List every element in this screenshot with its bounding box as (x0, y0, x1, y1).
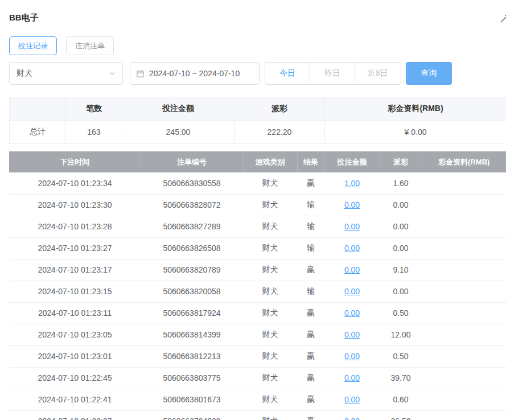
cell-payout: 0.00 (380, 194, 422, 216)
cell-time: 2024-07-10 01:23:05 (9, 324, 141, 345)
panel-header: BB电子 (9, 0, 506, 23)
cell-payout: 0.50 (380, 302, 422, 324)
bet-amount-link[interactable]: 0.00 (344, 308, 360, 318)
cell-bonus (422, 410, 506, 420)
cell-bonus (422, 237, 506, 259)
search-button[interactable]: 查询 (406, 62, 452, 85)
cell-time: 2024-07-10 01:23:17 (9, 259, 141, 281)
today-button[interactable]: 今日 (265, 62, 310, 85)
cell-game: 财犬 (243, 216, 297, 237)
cell-time: 2024-07-10 01:22:45 (9, 367, 141, 389)
cell-time: 2024-07-10 01:23:28 (9, 216, 141, 237)
column-header-order_id: 注单编号 (141, 151, 243, 172)
cell-bet: 0.00 (324, 367, 380, 389)
cell-game: 财犬 (243, 281, 297, 302)
summary-header-count: 笔数 (66, 97, 122, 121)
cell-time: 2024-07-10 01:23:30 (9, 194, 141, 216)
bet-amount-link[interactable]: 0.00 (344, 330, 360, 339)
tab-bet-records[interactable]: 投注记录 (9, 36, 57, 55)
summary-header-row: 笔数 投注金额 派彩 彩金资料(RMB) (10, 97, 506, 121)
summary-header-blank (10, 97, 66, 121)
cell-bonus (422, 389, 506, 410)
cell-order_id: 5060663826508 (141, 237, 243, 259)
cell-time: 2024-07-10 01:23:11 (9, 302, 141, 324)
cell-order_id: 5060663812213 (141, 345, 243, 367)
cell-result: 输 (297, 237, 324, 259)
summary-header-bonus: 彩金资料(RMB) (325, 97, 506, 121)
cell-bet: 1.00 (324, 172, 380, 194)
column-header-payout: 派彩 (380, 151, 422, 172)
cell-time: 2024-07-10 01:23:01 (9, 345, 141, 367)
cell-result: 赢 (297, 324, 324, 345)
table-row: 2024-07-10 01:23:305060663828072财犬输0.000… (9, 194, 506, 216)
column-header-bet: 投注金额 (324, 151, 380, 172)
table-row: 2024-07-10 01:23:015060663812213财犬赢0.000… (9, 345, 506, 367)
cell-bonus (422, 324, 506, 345)
summary-total-bet-amount: 245.00 (122, 121, 235, 144)
game-select-value: 财犬 (17, 68, 32, 79)
cell-game: 财犬 (243, 172, 297, 194)
cell-bonus (422, 194, 506, 216)
table-row: 2024-07-10 01:23:345060663830558财犬赢1.001… (9, 172, 506, 194)
cell-game: 财犬 (243, 345, 297, 367)
cell-result: 输 (297, 216, 324, 237)
cell-game: 财犬 (243, 367, 297, 389)
cell-time: 2024-07-10 01:23:27 (9, 237, 141, 259)
cell-payout: 9.10 (380, 259, 422, 281)
table-row: 2024-07-10 01:22:275060663794029财犬赢0.003… (9, 410, 506, 420)
expand-icon[interactable] (499, 14, 506, 24)
cell-order_id: 5060663827289 (141, 216, 243, 237)
bet-amount-link[interactable]: 0.00 (344, 352, 360, 361)
cell-order_id: 5060663801673 (141, 389, 243, 410)
bet-amount-link[interactable]: 0.00 (344, 244, 360, 253)
bet-amount-link[interactable]: 0.00 (344, 287, 360, 296)
tab-cancelled-orders[interactable]: 连消注单 (66, 36, 114, 55)
table-row: 2024-07-10 01:23:155060663820058财犬输0.000… (9, 281, 506, 302)
table-row: 2024-07-10 01:23:175060663820789财犬赢0.009… (9, 259, 506, 281)
last-8-days-button[interactable]: 近8日 (355, 62, 401, 85)
cell-bonus (422, 367, 506, 389)
cell-payout: 36.50 (380, 410, 422, 420)
cell-bet: 0.00 (324, 194, 380, 216)
bet-amount-link[interactable]: 0.00 (344, 222, 360, 231)
table-row: 2024-07-10 01:23:275060663826508财犬输0.000… (9, 237, 506, 259)
cell-time: 2024-07-10 01:23:34 (9, 172, 141, 194)
cell-order_id: 5060663820058 (141, 281, 243, 302)
page-title: BB电子 (9, 0, 506, 23)
cell-result: 赢 (297, 259, 324, 281)
cell-bet: 0.00 (324, 302, 380, 324)
summary-table: 笔数 投注金额 派彩 彩金资料(RMB) 总计 163 245.00 222.2… (9, 97, 506, 144)
game-select[interactable]: 财犬 (9, 62, 123, 85)
bet-amount-link[interactable]: 0.00 (344, 417, 360, 420)
cell-bonus (422, 345, 506, 367)
table-row: 2024-07-10 01:23:055060663814399财犬赢0.001… (9, 324, 506, 345)
cell-result: 输 (297, 281, 324, 302)
cell-payout: 0.50 (380, 345, 422, 367)
cell-bonus (422, 172, 506, 194)
table-row: 2024-07-10 01:23:285060663827289财犬输0.000… (9, 216, 506, 237)
cell-time: 2024-07-10 01:23:15 (9, 281, 141, 302)
bet-amount-link[interactable]: 0.00 (344, 200, 360, 209)
bet-amount-link[interactable]: 0.00 (344, 373, 360, 382)
cell-game: 财犬 (243, 194, 297, 216)
date-range-picker[interactable]: 2024-07-10 ~ 2024-07-10 (130, 62, 260, 85)
cell-game: 财犬 (243, 410, 297, 420)
summary-total-count: 163 (66, 121, 122, 144)
cell-result: 赢 (297, 410, 324, 420)
cell-payout: 0.00 (380, 216, 422, 237)
column-header-game: 游戏类别 (243, 151, 297, 172)
yesterday-button[interactable]: 昨日 (310, 62, 355, 85)
cell-game: 财犬 (243, 259, 297, 281)
bet-amount-link[interactable]: 0.00 (344, 395, 360, 404)
cell-bonus (422, 216, 506, 237)
cell-payout: 12.00 (380, 324, 422, 345)
bet-amount-link[interactable]: 0.00 (344, 265, 360, 274)
cell-payout: 1.60 (380, 172, 422, 194)
cell-payout: 0.60 (380, 389, 422, 410)
bet-amount-link[interactable]: 1.00 (344, 179, 360, 188)
cell-result: 赢 (297, 367, 324, 389)
cell-bonus (422, 281, 506, 302)
date-range-value: 2024-07-10 ~ 2024-07-10 (149, 69, 240, 78)
cell-result: 赢 (297, 172, 324, 194)
column-header-bonus: 彩金资料(RMB) (422, 151, 506, 172)
